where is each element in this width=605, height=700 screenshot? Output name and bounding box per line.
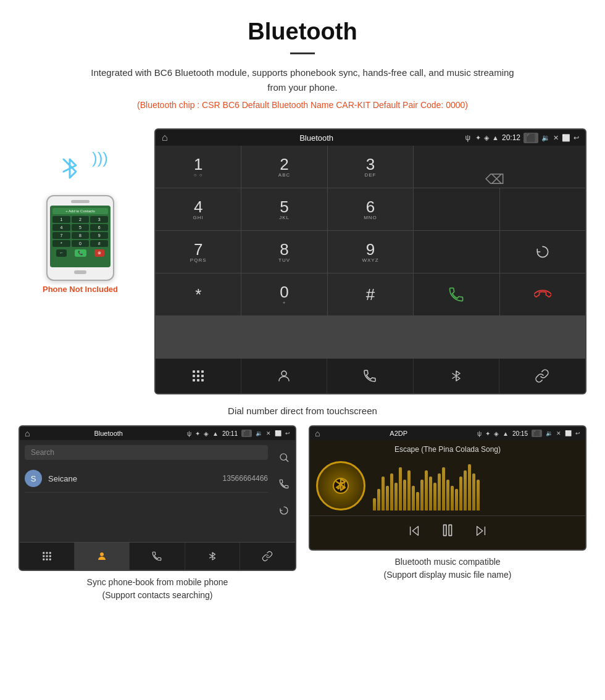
phone-key-3: 3 [90, 216, 108, 223]
svg-rect-2 [201, 370, 204, 373]
key-9[interactable]: 9 WXYZ [328, 231, 413, 273]
viz-bar [468, 464, 471, 510]
phone-speaker [71, 200, 90, 203]
pb-home-icon[interactable]: ⌂ [25, 428, 30, 438]
key-star[interactable]: * [156, 273, 241, 315]
svg-point-21 [100, 552, 104, 556]
pb-win-icon[interactable]: ⬜ [275, 430, 282, 436]
key-3[interactable]: 3 DEF [328, 146, 413, 188]
music-song-title: Escape (The Pina Colada Song) [310, 440, 585, 456]
music-vol-icon[interactable]: 🔉 [546, 430, 553, 436]
key-6-sub: MNO [364, 215, 377, 220]
prev-btn[interactable] [407, 524, 421, 541]
pb-phone-icon [151, 551, 162, 562]
key-8-num: 8 [280, 241, 288, 257]
key-4[interactable]: 4 GHI [156, 188, 241, 230]
pb-bottom-keypad[interactable] [20, 543, 75, 570]
music-back-icon[interactable]: ↩ [575, 430, 580, 436]
bottom-bluetooth-icon[interactable] [414, 359, 499, 393]
phonebook-frame: ⌂ Bluetooth ψ ✦ ◈ ▲ 20:11 ⬛ 🔉 ✕ ⬜ ↩ Sear… [19, 425, 296, 571]
pb-bottom-link[interactable] [240, 543, 295, 570]
pb-back-icon[interactable]: ↩ [285, 430, 290, 436]
pb-camera-icon[interactable]: ⬛ [241, 430, 252, 437]
pb-search-bar[interactable]: Search [25, 445, 268, 460]
svg-rect-16 [46, 556, 48, 557]
backspace-icon[interactable]: ⌫ [485, 172, 504, 188]
viz-bar [394, 483, 398, 510]
svg-rect-7 [197, 379, 199, 381]
key-1-num: 1 [194, 156, 202, 172]
dial-display: ⌫ [414, 146, 585, 188]
key-1[interactable]: 1 ○ ○ [156, 146, 241, 188]
bottom-keypad-icon[interactable] [156, 359, 241, 393]
key-call-green[interactable] [414, 273, 499, 315]
key-call-red[interactable] [500, 273, 585, 315]
key-0[interactable]: 0 + [241, 273, 327, 315]
viz-bar [373, 498, 376, 510]
bluetooth-symbol [60, 153, 79, 189]
music-caption-line2: (Support display music file name) [384, 570, 512, 580]
viz-bar [407, 470, 411, 510]
key-hash[interactable]: # [328, 273, 413, 315]
contact-number: 13566664466 [223, 474, 268, 483]
key-7[interactable]: 7 PQRS [156, 231, 241, 273]
phonebook-caption-line1: Sync phone-book from mobile phone [87, 577, 228, 587]
phone-key-hash: # [90, 240, 108, 247]
pb-reload-icon-right[interactable] [278, 505, 290, 519]
svg-marker-28 [477, 526, 483, 535]
key-4-sub: GHI [193, 215, 204, 220]
window-status-icon[interactable]: ⬜ [562, 134, 570, 142]
pb-bottom-person[interactable] [75, 543, 130, 570]
svg-rect-27 [449, 525, 451, 535]
close-status-icon[interactable]: ✕ [553, 134, 559, 142]
pb-bottom-phone[interactable] [130, 543, 185, 570]
pb-bottom-bar [20, 542, 295, 570]
camera-status-icon[interactable]: ⬛ [524, 133, 538, 143]
person-icon [277, 369, 291, 383]
phone-key-7: 7 [52, 232, 70, 239]
phone-container: ))) + Add to Contacts 1 2 3 4 5 6 7 8 9 … [19, 128, 142, 294]
next-btn[interactable] [474, 524, 488, 541]
contact-name: Seicane [48, 474, 223, 483]
pb-time: 20:11 [222, 430, 238, 437]
phone-bottom-row: ← 📞 ⊗ [52, 249, 108, 257]
phone-key-8: 8 [72, 232, 90, 239]
pb-bottom-bt[interactable] [185, 543, 240, 570]
volume-status-icon[interactable]: 🔉 [541, 134, 550, 142]
svg-point-9 [282, 371, 286, 376]
key-reload-r3c5[interactable] [500, 231, 585, 273]
key-8[interactable]: 8 TUV [241, 231, 327, 273]
key-empty-r2c4 [414, 188, 499, 230]
back-status-icon[interactable]: ↩ [574, 134, 579, 142]
key-5[interactable]: 5 JKL [241, 188, 327, 230]
bottom-phone-icon[interactable] [327, 359, 413, 393]
viz-bar [412, 486, 415, 510]
home-icon[interactable]: ⌂ [162, 132, 168, 143]
key-2[interactable]: 2 ABC [241, 146, 327, 188]
music-camera-icon[interactable]: ⬛ [532, 430, 542, 437]
bottom-link-icon[interactable] [499, 359, 585, 393]
pb-call-icon-right[interactable] [278, 478, 290, 492]
key-6[interactable]: 6 MNO [328, 188, 413, 230]
music-close-icon[interactable]: ✕ [556, 430, 561, 436]
status-time: 20:12 [502, 133, 520, 142]
key-3-num: 3 [366, 156, 375, 172]
pb-search-icon[interactable] [278, 452, 290, 465]
key-7-sub: PQRS [190, 257, 207, 263]
svg-rect-14 [49, 552, 51, 554]
pb-bt-icon [207, 551, 218, 562]
key-9-num: 9 [366, 241, 375, 257]
svg-marker-24 [412, 526, 418, 535]
music-win-icon[interactable]: ⬜ [565, 430, 572, 436]
bt-status-icon: ✦ [475, 134, 481, 142]
viz-bar [451, 486, 454, 510]
play-pause-btn[interactable] [440, 522, 456, 542]
keypad-icon [191, 369, 206, 383]
music-controls [310, 515, 585, 549]
phonebook-block: ⌂ Bluetooth ψ ✦ ◈ ▲ 20:11 ⬛ 🔉 ✕ ⬜ ↩ Sear… [19, 425, 296, 602]
music-caption-line1: Bluetooth music compatible [394, 557, 500, 567]
pb-close-icon[interactable]: ✕ [266, 430, 271, 436]
music-home-icon[interactable]: ⌂ [315, 428, 320, 438]
pb-vol-icon[interactable]: 🔉 [256, 430, 262, 436]
bottom-contacts-icon[interactable] [241, 359, 327, 393]
